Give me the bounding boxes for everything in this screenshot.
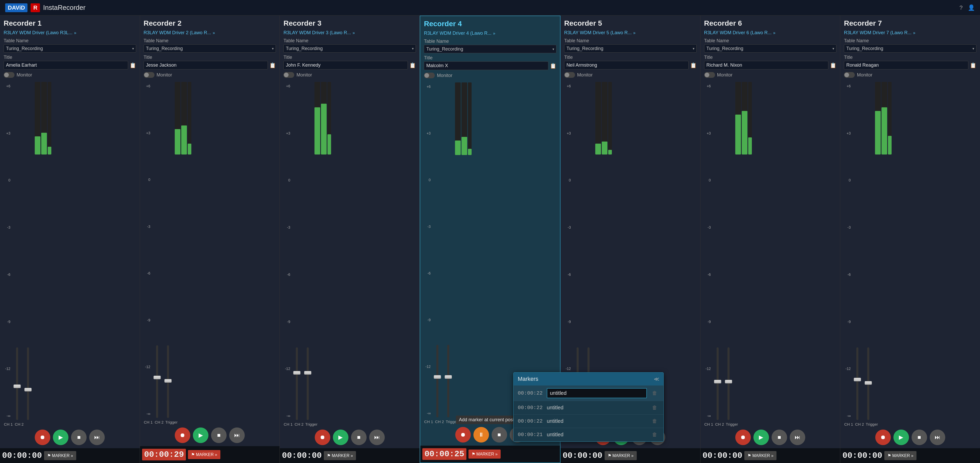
fader-track-1-2[interactable] [27, 347, 29, 420]
monitor-toggle-1[interactable] [4, 72, 14, 78]
fader-track-4-1[interactable] [436, 345, 438, 417]
fader-knob-7-1[interactable] [854, 378, 861, 381]
fader-track-6-2[interactable] [727, 347, 730, 420]
marker-delete-0[interactable]: 🗑 [650, 389, 659, 397]
title-input-5[interactable] [564, 61, 689, 70]
monitor-toggle-4[interactable] [424, 73, 435, 78]
marker-button-4[interactable]: ⚑ MARKER » [468, 450, 501, 458]
marker-delete-2[interactable]: 🗑 [650, 417, 659, 425]
record-button-1[interactable]: ⏺ [35, 430, 50, 445]
fader-track-2-1[interactable] [156, 345, 158, 418]
next-button-6[interactable]: ⏭ [790, 430, 805, 445]
david-logo[interactable]: DAViD [5, 3, 27, 12]
play-button-1[interactable]: ▶ [53, 430, 68, 445]
fader-knob-2-1[interactable] [153, 375, 161, 379]
marker-button-2[interactable]: ⚑ MARKER » [188, 450, 220, 459]
driver-arrow-7[interactable]: » [913, 30, 915, 35]
fader-knob-1-2[interactable] [24, 388, 32, 391]
fader-track-7-1[interactable] [856, 347, 858, 420]
record-button-6[interactable]: ⏺ [735, 430, 751, 445]
fader-knob-7-2[interactable] [865, 381, 872, 385]
title-input-4[interactable] [424, 61, 548, 70]
title-copy-icon-1[interactable]: 📋 [130, 62, 136, 68]
fader-knob-6-1[interactable] [714, 380, 721, 383]
fader-knob-6-2[interactable] [725, 380, 732, 383]
driver-arrow-4[interactable]: » [493, 31, 495, 36]
table-name-select-4[interactable]: Turing_Recording [424, 45, 556, 53]
title-copy-icon-5[interactable]: 📋 [690, 62, 697, 68]
fader-channel-3-1 [292, 347, 302, 420]
fader-knob-1-1[interactable] [13, 385, 21, 388]
driver-arrow-6[interactable]: » [773, 30, 775, 35]
fader-track-1-1[interactable] [16, 347, 18, 420]
driver-arrow-2[interactable]: » [213, 30, 215, 35]
user-icon[interactable]: 👤 [968, 5, 975, 11]
title-input-7[interactable] [844, 61, 968, 70]
monitor-toggle-7[interactable] [844, 72, 855, 78]
fader-track-3-1[interactable] [296, 347, 298, 420]
fader-track-3-2[interactable] [307, 347, 309, 420]
title-copy-icon-7[interactable]: 📋 [970, 62, 976, 68]
table-name-select-7[interactable]: Turing_Recording [844, 45, 976, 53]
markers-panel-close[interactable]: ≪ [654, 376, 659, 382]
monitor-toggle-3[interactable] [283, 72, 294, 78]
fader-knob-3-2[interactable] [304, 371, 311, 375]
play-button-2[interactable]: ▶ [193, 428, 208, 443]
fader-knob-3-1[interactable] [293, 371, 301, 375]
title-input-3[interactable] [283, 61, 408, 70]
record-button-2[interactable]: ⏺ [175, 428, 190, 443]
next-button-7[interactable]: ⏭ [930, 430, 945, 445]
marker-button-7[interactable]: ⚑ MARKER » [885, 451, 916, 460]
record-button-7[interactable]: ⏺ [875, 430, 891, 445]
marker-name-input-0[interactable] [547, 388, 647, 398]
driver-arrow-5[interactable]: » [633, 30, 635, 35]
driver-arrow-3[interactable]: » [353, 30, 355, 35]
fader-track-2-2[interactable] [167, 345, 169, 418]
marker-button-6[interactable]: ⚑ MARKER » [745, 451, 776, 460]
table-name-select-5[interactable]: Turing_Recording [564, 45, 697, 53]
next-button-1[interactable]: ⏭ [89, 430, 105, 445]
stop-button-6[interactable]: ■ [772, 430, 787, 445]
play-button-4[interactable]: ⏸ [473, 427, 489, 442]
fader-track-7-2[interactable] [867, 347, 869, 420]
play-button-7[interactable]: ▶ [893, 430, 909, 445]
fader-knob-2-2[interactable] [164, 379, 172, 383]
timecode-bar-1: 00:00:00⚑ MARKER » [0, 448, 140, 463]
title-copy-icon-6[interactable]: 📋 [830, 62, 836, 68]
table-name-select-6[interactable]: Turing_Recording [704, 45, 837, 53]
table-name-select-1[interactable]: Turing_Recording [4, 45, 136, 53]
monitor-toggle-6[interactable] [704, 72, 715, 78]
stop-button-3[interactable]: ■ [351, 430, 367, 445]
title-input-1[interactable] [4, 61, 128, 70]
title-copy-icon-2[interactable]: 📋 [269, 62, 276, 68]
title-copy-icon-4[interactable]: 📋 [550, 63, 556, 69]
record-button-4[interactable]: ⏺ [455, 427, 471, 442]
marker-button-5[interactable]: ⚑ MARKER » [605, 451, 637, 460]
record-button-3[interactable]: ⏺ [315, 430, 330, 445]
fader-track-6-1[interactable] [717, 347, 719, 420]
stop-button-2[interactable]: ■ [211, 428, 227, 443]
table-name-select-2[interactable]: Turing_Recording [144, 45, 276, 53]
monitor-toggle-5[interactable] [564, 72, 575, 78]
next-button-3[interactable]: ⏭ [369, 430, 385, 445]
stop-button-7[interactable]: ■ [912, 430, 927, 445]
stop-button-4[interactable]: ■ [492, 427, 507, 442]
title-copy-icon-3[interactable]: 📋 [409, 62, 416, 68]
driver-arrow-1[interactable]: » [74, 30, 76, 35]
marker-delete-3[interactable]: 🗑 [650, 431, 659, 439]
fader-track-4-2[interactable] [447, 345, 449, 417]
fader-knob-4-2[interactable] [445, 375, 452, 379]
title-input-2[interactable] [144, 61, 268, 70]
fader-knob-4-1[interactable] [434, 375, 441, 379]
next-button-2[interactable]: ⏭ [229, 428, 245, 443]
marker-button-1[interactable]: ⚑ MARKER » [44, 451, 76, 460]
play-button-3[interactable]: ▶ [333, 430, 348, 445]
play-button-6[interactable]: ▶ [753, 430, 769, 445]
monitor-toggle-2[interactable] [144, 72, 154, 78]
marker-delete-1[interactable]: 🗑 [650, 404, 659, 412]
title-input-6[interactable] [704, 61, 829, 70]
marker-button-3[interactable]: ⚑ MARKER » [324, 451, 356, 460]
stop-button-1[interactable]: ■ [71, 430, 87, 445]
help-icon[interactable]: ? [959, 5, 963, 11]
table-name-select-3[interactable]: Turing_Recording [283, 45, 416, 53]
